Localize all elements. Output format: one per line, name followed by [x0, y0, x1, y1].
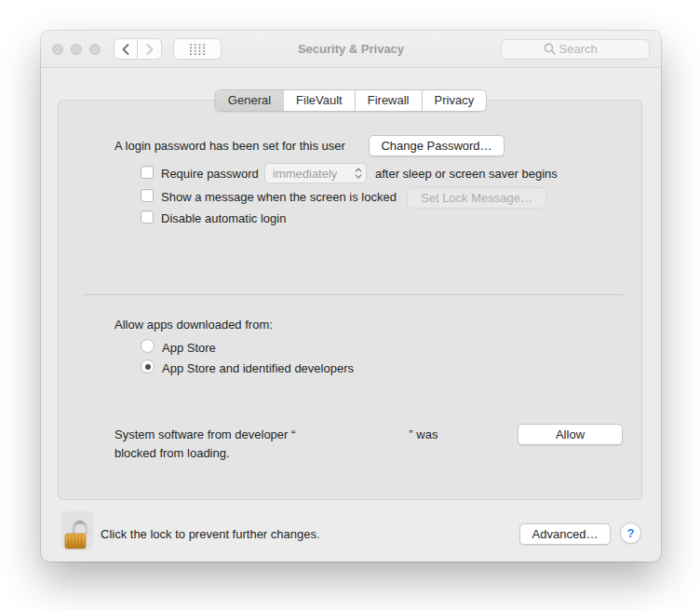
- advanced-button[interactable]: Advanced…: [519, 523, 611, 545]
- show-message-checkbox[interactable]: [141, 189, 154, 202]
- search-icon: [544, 43, 556, 55]
- traffic-lights: [52, 44, 101, 55]
- chevron-right-icon: [146, 44, 154, 55]
- tab-filevault[interactable]: FileVault: [283, 90, 355, 111]
- require-password-delay-dropdown[interactable]: immediately: [264, 163, 367, 183]
- title-bar: Security & Privacy: [41, 31, 661, 68]
- disable-auto-login-checkbox[interactable]: [141, 210, 154, 224]
- chevron-left-icon: [122, 44, 129, 55]
- require-password-suffix: after sleep or screen saver begins: [375, 167, 558, 181]
- require-password-label: Require password: [161, 167, 259, 181]
- show-message-label: Show a message when the screen is locked: [161, 190, 397, 204]
- app-store-identified-radio[interactable]: [141, 359, 155, 373]
- tab-general[interactable]: General: [216, 90, 283, 111]
- lock-hint-text: Click the lock to prevent further change…: [101, 527, 320, 541]
- minimize-window-button[interactable]: [71, 44, 82, 55]
- back-button[interactable]: [114, 38, 138, 60]
- security-privacy-window: Security & Privacy General FileVault Fir…: [41, 31, 661, 562]
- grid-icon: [189, 43, 206, 56]
- general-tab-panel: A login password has been set for this u…: [58, 100, 642, 500]
- lock-button[interactable]: [61, 511, 93, 550]
- blocked-software-text-after: ” was: [409, 427, 438, 441]
- zoom-window-button[interactable]: [89, 44, 101, 55]
- tab-firewall[interactable]: Firewall: [355, 90, 422, 111]
- help-button[interactable]: ?: [620, 522, 641, 544]
- search-field[interactable]: [501, 39, 650, 60]
- change-password-button[interactable]: Change Password…: [369, 135, 505, 156]
- blocked-software-message: System software from developer “” was bl…: [114, 426, 438, 463]
- allow-button[interactable]: Allow: [518, 424, 623, 445]
- close-window-button[interactable]: [52, 44, 63, 55]
- dropdown-selected-value: immediately: [273, 167, 349, 181]
- forward-button[interactable]: [138, 38, 162, 60]
- section-divider: [83, 294, 623, 295]
- app-store-radio-label: App Store: [162, 341, 216, 355]
- allow-apps-label: Allow apps downloaded from:: [114, 318, 273, 332]
- disable-auto-login-label: Disable automatic login: [161, 211, 286, 225]
- tab-privacy[interactable]: Privacy: [422, 90, 487, 111]
- chevron-up-down-icon: [355, 167, 362, 180]
- nav-buttons: [114, 38, 162, 60]
- lock-open-icon: [64, 517, 90, 550]
- login-password-text: A login password has been set for this u…: [114, 139, 345, 153]
- require-password-checkbox[interactable]: [141, 166, 154, 179]
- search-input[interactable]: [559, 42, 608, 56]
- blocked-software-text-line2: blocked from loading.: [114, 446, 230, 460]
- tab-bar: General FileVault Firewall Privacy: [215, 89, 487, 112]
- show-all-button[interactable]: [173, 38, 222, 60]
- set-lock-message-button: Set Lock Message…: [407, 187, 546, 209]
- blocked-software-text-before: System software from developer “: [114, 427, 295, 441]
- app-store-identified-radio-label: App Store and identified developers: [162, 361, 354, 375]
- app-store-radio[interactable]: [141, 339, 155, 353]
